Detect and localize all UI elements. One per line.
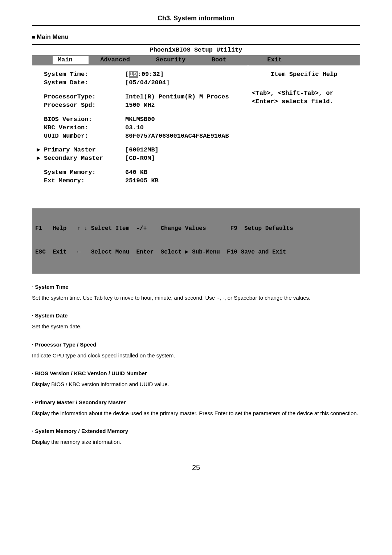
bios-tab-bar: Main Advanced Security Boot Exit [32,55,360,65]
value-system-memory: 640 KB [125,169,245,177]
page-number: 25 [32,463,360,472]
chapter-title: Ch3. System information [32,15,360,22]
section-title-system-time: · System Time [32,284,360,290]
section-body-memory: Display the memory size information. [32,437,360,447]
bios-main-panel: System Time: [19:09:32] System Date: [05… [32,65,248,208]
help-title: Item Specific Help [252,70,356,79]
label-primary-master: Primary Master [44,146,125,154]
value-uuid: 80F0757A70630010AC4F8AE910AB [125,132,245,141]
tab-advanced: Advanced [89,56,144,64]
section-body-versions: Display BIOS / KBC version information a… [32,379,360,390]
help-line-2: <Enter> selects field. [252,98,356,106]
help-line-1: <Tab>, <Shift-Tab>, or [252,89,356,98]
footer-line-2: ESC Exit ← Select Menu Enter Select ▶ Su… [35,248,357,256]
value-system-date: [05/04/2004] [125,79,245,87]
tab-security: Security [144,56,200,64]
triangle-right-icon: ▶ [37,146,44,154]
menu-heading-text: Main Menu [37,33,69,40]
value-bios-version: MKLMSB00 [125,116,245,124]
label-ext-memory: Ext Memory: [44,177,125,185]
bios-help-panel: Item Specific Help <Tab>, <Shift-Tab>, o… [248,65,360,208]
label-uuid: UUID Number: [44,132,125,141]
value-system-time: [19:09:32] [125,70,245,79]
label-system-date: System Date: [44,79,125,87]
value-kbc-version: 03.10 [125,124,245,132]
bios-body: System Time: [19:09:32] System Date: [05… [32,65,360,208]
value-processor-type: Intel(R) Pentium(R) M Proces [125,93,245,101]
section-body-masters: Display the information about the device… [32,408,360,419]
label-secondary-master: Secondary Master [44,154,125,163]
bios-title: PhoenixBIOS Setup Utility [32,45,360,55]
bios-screenshot: PhoenixBIOS Setup Utility Main Advanced … [32,44,360,274]
label-kbc-version: KBC Version: [44,124,125,132]
section-body-system-date: Set the system date. [32,321,360,332]
label-processor-type: ProcessorType: [44,93,125,101]
label-system-time: System Time: [44,70,125,79]
value-ext-memory: 251905 KB [125,177,245,185]
section-title-system-date: · System Date [32,312,360,319]
tab-boot: Boot [200,56,256,64]
section-title-processor: · Processor Type / Speed [32,341,360,348]
triangle-right-icon: ▶ [37,154,44,163]
tab-exit: Exit [256,56,311,64]
section-body-processor: Indicate CPU type and clock speed instal… [32,351,360,361]
section-title-masters: · Primary Master / Secondary Master [32,399,360,405]
value-primary-master: [60012MB] [125,146,245,154]
section-title-memory: · System Memory / Extended Memory [32,428,360,434]
section-title-versions: · BIOS Version / KBC Version / UUID Numb… [32,370,360,376]
section-body-system-time: Set the system time. Use Tab key to move… [32,293,360,303]
label-processor-spd: Processor Spd: [44,101,125,110]
tab-main: Main [53,56,89,64]
label-bios-version: BIOS Version: [44,116,125,124]
bios-footer: F1 Help ↑ ↓ Selcet Item -/+ Change Value… [32,208,360,274]
footer-line-1: F1 Help ↑ ↓ Selcet Item -/+ Change Value… [35,225,357,233]
divider [32,25,360,26]
help-divider [248,84,360,84]
value-processor-spd: 1500 MHz [125,101,245,110]
square-icon: ■ [32,34,35,40]
time-hours-highlight: 19 [129,71,138,78]
label-system-memory: System Memory: [44,169,125,177]
menu-heading: ■Main Menu [32,33,360,41]
value-secondary-master: [CD-ROM] [125,154,245,163]
